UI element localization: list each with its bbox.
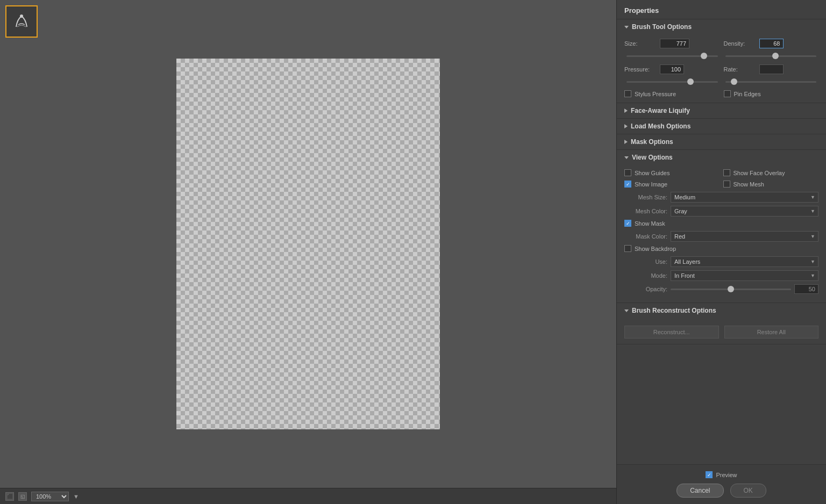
brush-reconstruct-section: Brush Reconstruct Options Reconstruct...…: [617, 303, 826, 344]
nav-icon-2[interactable]: ◱: [18, 492, 27, 501]
panel-spacer: [617, 344, 826, 464]
preview-row: Preview: [624, 471, 818, 478]
face-aware-header[interactable]: Face-Aware Liquify: [617, 103, 826, 118]
pressure-input[interactable]: [660, 64, 684, 74]
mask-color-select[interactable]: Red Green Blue: [671, 231, 818, 242]
backdrop-use-dropdown-wrapper: All Layers Layer 1 ▼: [671, 256, 818, 267]
show-image-row: Show Image: [624, 181, 720, 188]
mesh-size-select[interactable]: Medium Small Large: [671, 192, 818, 203]
rate-slider-track: [725, 81, 817, 83]
pressure-rate-sliders: [624, 77, 818, 86]
brush-tool-section: Brush Tool Options Size: Density:: [617, 19, 826, 103]
face-aware-title: Face-Aware Liquify: [631, 107, 690, 114]
view-options-header[interactable]: View Options: [617, 150, 826, 165]
cancel-button[interactable]: Cancel: [677, 484, 723, 498]
pin-edges-label: Pin Edges: [734, 91, 761, 97]
rate-group: Rate:: [724, 64, 819, 74]
density-label: Density:: [724, 40, 756, 47]
show-mesh-label: Show Mesh: [734, 181, 764, 188]
show-face-overlay-checkbox[interactable]: [723, 169, 730, 176]
show-mask-label: Show Mask: [635, 220, 665, 227]
show-mask-row: Show Mask: [624, 220, 818, 227]
transparency-checker: [176, 59, 440, 429]
pressure-slider-track: [626, 81, 718, 83]
show-face-overlay-row: Show Face Overlay: [723, 169, 819, 176]
size-slider[interactable]: [624, 52, 720, 60]
mesh-color-dropdown-wrapper: Gray Red Blue Green ▼: [671, 206, 818, 217]
show-image-label: Show Image: [635, 181, 667, 188]
brush-tool-content: Size: Density:: [617, 34, 826, 103]
opacity-slider-handle[interactable]: [728, 286, 734, 292]
backdrop-opacity-label: Opacity:: [624, 286, 667, 292]
load-mesh-header[interactable]: Load Mesh Options: [617, 119, 826, 134]
size-group: Size:: [624, 39, 720, 48]
restore-all-button[interactable]: Restore All: [724, 326, 819, 339]
rate-input[interactable]: [759, 64, 784, 74]
show-backdrop-checkbox[interactable]: [624, 245, 631, 252]
show-mask-checkbox[interactable]: [624, 220, 631, 227]
rate-slider-handle[interactable]: [731, 78, 737, 85]
brush-tool-expand-icon: [624, 26, 629, 28]
size-slider-handle[interactable]: [701, 53, 707, 59]
rate-slider[interactable]: [723, 77, 819, 86]
brush-tool-header[interactable]: Brush Tool Options: [617, 19, 826, 34]
density-slider[interactable]: [723, 52, 819, 60]
pin-edges-checkbox[interactable]: [724, 90, 731, 97]
show-guides-checkbox[interactable]: [624, 169, 631, 176]
show-backdrop-label: Show Backdrop: [635, 246, 676, 252]
density-input[interactable]: [759, 39, 784, 48]
size-input[interactable]: [660, 39, 689, 48]
load-mesh-title: Load Mesh Options: [631, 123, 690, 130]
backdrop-mode-dropdown-wrapper: In Front Behind Blend ▼: [671, 270, 818, 281]
nav-icon-1[interactable]: ⬛: [5, 492, 14, 501]
opacity-slider[interactable]: [671, 285, 791, 293]
status-bar: ⬛ ◱ 100% 50% 200% ▼: [0, 488, 616, 504]
reconstruct-buttons: Reconstruct... Restore All: [624, 326, 818, 339]
mesh-size-dropdown-wrapper: Medium Small Large ▼: [671, 192, 818, 203]
panel-footer: Preview Cancel OK: [617, 464, 826, 504]
backdrop-opacity-row: Opacity:: [624, 284, 818, 294]
mask-options-header[interactable]: Mask Options: [617, 134, 826, 149]
canvas-image-container[interactable]: [176, 59, 440, 429]
show-image-checkbox[interactable]: [624, 181, 631, 188]
backdrop-use-label: Use:: [624, 258, 667, 265]
mesh-color-row: Mesh Color: Gray Red Blue Green ▼: [624, 206, 818, 217]
properties-panel: Properties Brush Tool Options Size: Dens…: [616, 0, 826, 504]
stylus-pressure-row: Stylus Pressure: [624, 90, 720, 97]
brush-tool-title: Brush Tool Options: [632, 23, 692, 31]
view-options-title: View Options: [632, 154, 673, 161]
preview-checkbox[interactable]: [706, 471, 713, 478]
show-mesh-checkbox[interactable]: [723, 181, 730, 188]
backdrop-mode-select[interactable]: In Front Behind Blend: [671, 270, 818, 281]
show-guides-label: Show Guides: [635, 170, 670, 176]
backdrop-use-select[interactable]: All Layers Layer 1: [671, 256, 818, 267]
stylus-pressure-checkbox[interactable]: [624, 90, 631, 97]
reconstruct-button[interactable]: Reconstruct...: [624, 326, 719, 339]
canvas-area: ⬛ ◱ 100% 50% 200% ▼: [0, 0, 616, 504]
mesh-color-select[interactable]: Gray Red Blue Green: [671, 206, 818, 217]
brush-reconstruct-header[interactable]: Brush Reconstruct Options: [617, 303, 826, 318]
mask-color-row: Mask Color: Red Green Blue ▼: [624, 231, 818, 242]
backdrop-mode-row: Mode: In Front Behind Blend ▼: [624, 270, 818, 281]
pressure-label: Pressure:: [624, 66, 657, 73]
panel-title: Properties: [617, 0, 826, 19]
view-options-content: Show Guides Show Face Overlay Show Image: [617, 165, 826, 303]
mask-options-title: Mask Options: [631, 138, 673, 146]
face-aware-expand-icon: [624, 109, 628, 113]
pin-edges-row: Pin Edges: [724, 90, 819, 97]
pressure-slider-handle[interactable]: [687, 78, 694, 85]
density-slider-handle[interactable]: [772, 53, 779, 59]
pressure-slider[interactable]: [624, 77, 720, 86]
ok-button[interactable]: OK: [730, 484, 766, 498]
load-mesh-section: Load Mesh Options: [617, 119, 826, 134]
opacity-input[interactable]: [794, 284, 818, 294]
footer-buttons: Cancel OK: [624, 484, 818, 498]
zoom-select[interactable]: 100% 50% 200%: [31, 492, 69, 501]
mask-options-expand-icon: [624, 140, 628, 144]
mask-color-dropdown-wrapper: Red Green Blue ▼: [671, 231, 818, 242]
backdrop-mode-label: Mode:: [624, 272, 667, 279]
pressure-group: Pressure:: [624, 64, 720, 74]
mask-color-label: Mask Color:: [624, 233, 667, 240]
brush-reconstruct-content: Reconstruct... Restore All: [617, 318, 826, 344]
size-slider-row: [624, 52, 818, 60]
